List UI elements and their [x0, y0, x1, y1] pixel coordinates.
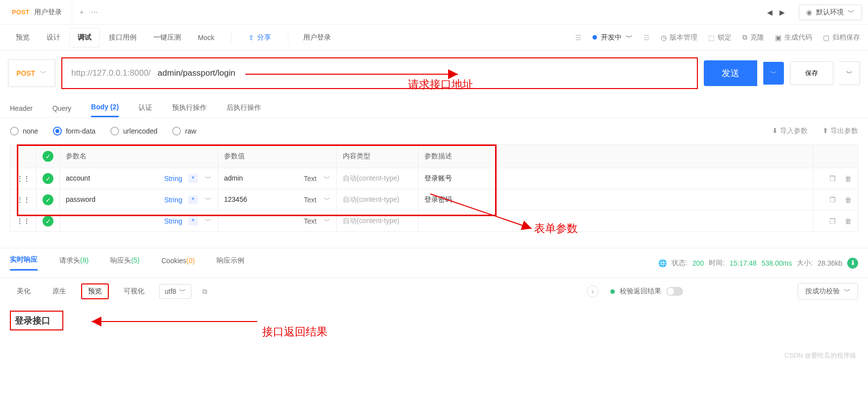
- encoding-selector[interactable]: utf8 ﹀: [159, 284, 191, 299]
- save-dropdown[interactable]: ﹀: [839, 61, 860, 85]
- tab-perf[interactable]: 一键压测: [145, 28, 189, 47]
- send-button[interactable]: 发送: [704, 60, 757, 86]
- cube-icon[interactable]: ❒: [829, 217, 836, 225]
- cube-icon[interactable]: ❒: [829, 196, 836, 204]
- tab-debug[interactable]: 调试: [69, 28, 100, 47]
- param-desc-cell[interactable]: [418, 211, 814, 232]
- tab-design[interactable]: 设计: [39, 28, 68, 47]
- share-button[interactable]: ⇪ 分享: [240, 28, 279, 47]
- tab-pre-script[interactable]: 预执行操作: [172, 103, 207, 117]
- dev-status-selector[interactable]: 开发中 ﹀: [593, 33, 633, 42]
- required-badge[interactable]: *: [188, 195, 198, 204]
- param-value-cell[interactable]: 123456Text﹀: [218, 189, 337, 211]
- param-name-cell[interactable]: accountString*﹀: [60, 168, 218, 189]
- resp-tab-reqheaders[interactable]: 请求头(8): [59, 256, 89, 270]
- type-selector[interactable]: String: [164, 175, 183, 183]
- import-params-button[interactable]: ⬇ 导入参数: [772, 127, 808, 136]
- resp-tab-cookies[interactable]: Cookies(0): [161, 257, 195, 270]
- globe-icon[interactable]: 🌐: [658, 259, 667, 267]
- resp-tab-respheaders[interactable]: 响应头(5): [110, 256, 139, 270]
- tab-header[interactable]: Header: [10, 104, 33, 117]
- send-dropdown[interactable]: ﹀: [763, 62, 784, 85]
- response-tabs: 实时响应 请求头(8) 响应头(5) Cookies(0) 响应示例 🌐 状态:…: [0, 248, 868, 277]
- content-type-cell[interactable]: 自动(content-type): [337, 211, 418, 232]
- api-name-field[interactable]: 用户登录: [297, 33, 337, 42]
- clone-button[interactable]: ⧉克隆: [742, 33, 764, 42]
- drag-handle-icon[interactable]: ⋮⋮: [10, 168, 37, 189]
- request-tab[interactable]: POST 用户登录: [6, 2, 72, 22]
- top-tab-bar: POST 用户登录 ＋ ⋯ ◀ ▶ ◉ 默认环境 ﹀: [0, 0, 868, 25]
- view-visual[interactable]: 可视化: [117, 283, 151, 299]
- share-icon: ⇪: [248, 34, 254, 42]
- cube-icon[interactable]: ❒: [829, 175, 836, 183]
- save-button[interactable]: 保存: [790, 61, 833, 85]
- drag-handle-icon[interactable]: ⋮⋮: [10, 211, 37, 232]
- content-type-cell[interactable]: 自动(content-type): [337, 168, 418, 189]
- check-all-icon[interactable]: ✓: [43, 151, 53, 162]
- annotation-arrow: [245, 69, 463, 79]
- param-value-cell[interactable]: adminText﹀: [218, 168, 337, 189]
- verify-switch[interactable]: [666, 287, 683, 296]
- environment-selector[interactable]: ◉ 默认环境 ﹀: [799, 4, 862, 20]
- view-beautify[interactable]: 美化: [10, 283, 38, 299]
- view-raw[interactable]: 原生: [46, 283, 73, 299]
- align-icon[interactable]: ☰: [575, 34, 582, 42]
- row-check-icon[interactable]: ✓: [43, 173, 53, 184]
- required-badge[interactable]: *: [188, 217, 198, 226]
- tab-body[interactable]: Body (2): [91, 103, 119, 117]
- type-selector[interactable]: String: [164, 196, 183, 204]
- nav-back-icon[interactable]: ◀: [767, 8, 773, 16]
- resp-tab-example[interactable]: 响应示例: [217, 256, 244, 270]
- copy-response-icon[interactable]: ⧉: [202, 287, 207, 296]
- download-icon[interactable]: ⬇: [847, 258, 858, 269]
- value-type-selector[interactable]: Text: [304, 196, 317, 204]
- radio-urlencoded[interactable]: urlencoded: [110, 127, 157, 136]
- row-check-icon[interactable]: ✓: [43, 216, 53, 227]
- radio-form-data[interactable]: form-data: [53, 127, 95, 136]
- delete-icon[interactable]: 🗑: [845, 217, 852, 225]
- param-desc-cell[interactable]: 登录账号: [418, 168, 814, 189]
- archive-button[interactable]: ▢归档保存: [823, 33, 860, 42]
- param-name-cell[interactable]: passwordString*﹀: [60, 189, 218, 211]
- radio-raw[interactable]: raw: [172, 127, 196, 136]
- param-name-cell[interactable]: String*﹀: [60, 211, 218, 232]
- required-badge[interactable]: *: [188, 174, 198, 183]
- value-type-selector[interactable]: Text: [304, 175, 317, 183]
- delete-icon[interactable]: 🗑: [845, 196, 852, 204]
- method-selector[interactable]: POST ﹀: [8, 59, 55, 87]
- collapse-icon[interactable]: ›: [587, 285, 598, 297]
- more-tabs-icon[interactable]: ⋯: [91, 8, 98, 16]
- tab-query[interactable]: Query: [52, 104, 71, 117]
- row-check-icon[interactable]: ✓: [43, 194, 53, 205]
- tab-cases[interactable]: 接口用例: [101, 28, 144, 47]
- export-params-button[interactable]: ⬆ 导出参数: [822, 127, 858, 136]
- validate-button[interactable]: 按成功校验 ﹀: [798, 283, 858, 300]
- version-button[interactable]: ◷版本管理: [661, 33, 697, 42]
- radio-none[interactable]: none: [10, 127, 38, 136]
- tab-preview[interactable]: 预览: [8, 28, 38, 47]
- drag-handle-icon[interactable]: ⋮⋮: [10, 189, 37, 211]
- url-input[interactable]: http://127.0.0.1:8000/ admin/passport/lo…: [61, 57, 698, 89]
- tab-mock[interactable]: Mock: [190, 29, 222, 46]
- codegen-button[interactable]: ▣生成代码: [775, 33, 812, 42]
- param-desc-cell[interactable]: 登录密码: [418, 189, 814, 211]
- col-ctype: 内容类型: [337, 145, 418, 168]
- type-selector[interactable]: String: [164, 217, 183, 225]
- new-tab-icon[interactable]: ＋: [78, 8, 85, 17]
- tab-auth[interactable]: 认证: [138, 103, 152, 117]
- content-type-cell[interactable]: 自动(content-type): [337, 189, 418, 211]
- list-icon[interactable]: ☲: [643, 34, 650, 42]
- value-type-selector[interactable]: Text: [304, 217, 317, 225]
- nav-forward-icon[interactable]: ▶: [779, 8, 785, 16]
- tab-post-script[interactable]: 后执行操作: [227, 103, 261, 117]
- annotation-resp: 接口返回结果: [262, 324, 327, 339]
- delete-icon[interactable]: 🗑: [845, 175, 852, 183]
- env-label: 默认环境: [816, 8, 844, 17]
- chevron-down-icon: ﹀: [626, 33, 633, 42]
- lock-button[interactable]: ⬚锁定: [708, 33, 731, 42]
- resp-tab-live[interactable]: 实时响应: [10, 255, 38, 271]
- param-value-cell[interactable]: Text﹀: [218, 211, 337, 232]
- code-icon: ▣: [775, 34, 781, 42]
- view-preview[interactable]: 预览: [81, 283, 109, 299]
- time-at: 15:17:48: [730, 259, 757, 267]
